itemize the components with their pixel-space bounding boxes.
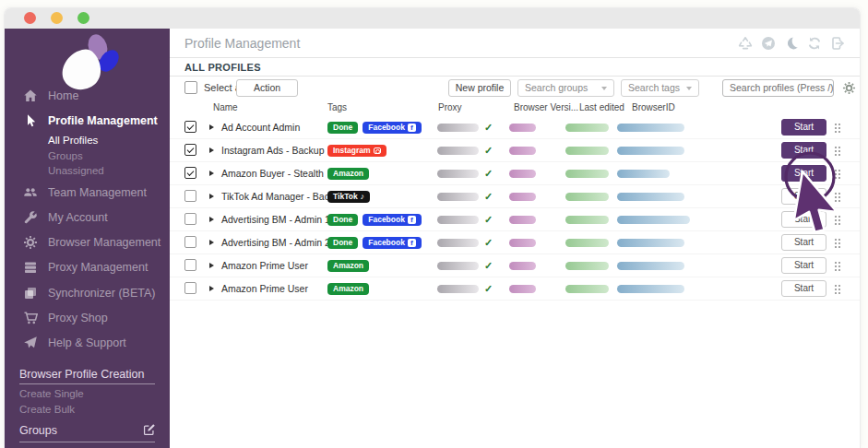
- sidebar: Home Profile Management All Profiles Gro…: [5, 29, 170, 448]
- section-groups: Groups: [19, 422, 57, 439]
- start-button[interactable]: Start: [781, 119, 826, 136]
- table-row[interactable]: Amazon Prime User Amazon ✓ Start: [170, 277, 860, 301]
- tag-facebook: Facebookf: [363, 214, 422, 226]
- expand-caret-icon[interactable]: [209, 263, 214, 268]
- expand-caret-icon[interactable]: [209, 286, 214, 291]
- row-menu-dots-icon[interactable]: [834, 261, 840, 271]
- start-button[interactable]: Start: [781, 211, 826, 228]
- table-row[interactable]: TikTok Ad Manager - Backup TikTok♪ ✓ Sta…: [170, 185, 860, 208]
- col-name: Name: [213, 100, 238, 115]
- row-checkbox[interactable]: [184, 236, 196, 248]
- row-checkbox[interactable]: [184, 167, 196, 179]
- browser-version-pill: [509, 262, 536, 270]
- proxy-pill: [437, 147, 479, 155]
- proxy-pill: [437, 216, 479, 224]
- layers-icon: [23, 286, 38, 301]
- row-menu-dots-icon[interactable]: [834, 192, 840, 202]
- new-profile-button[interactable]: New profile: [448, 79, 511, 97]
- search-profiles-input[interactable]: Search profiles (Press /): [722, 79, 834, 97]
- sidebar-item-proxy-management[interactable]: Proxy Management: [5, 258, 170, 277]
- sidebar-item-groups[interactable]: Groups: [48, 148, 159, 163]
- table-row[interactable]: Amazon Buyer - Stealth Amazon ✓ Start: [170, 162, 860, 185]
- table-row[interactable]: Advertising BM - Admin 2 DoneFacebookf ✓…: [170, 231, 860, 254]
- table-row[interactable]: Instagram Ads - Backup Instagram ✓ Start: [170, 139, 860, 162]
- profile-name: Ad Account Admin: [221, 116, 300, 139]
- minimize-button[interactable]: [51, 12, 63, 24]
- profile-name: Amazon Prime User: [221, 277, 308, 301]
- sidebar-item-team-management[interactable]: Team Management: [5, 183, 170, 202]
- tag-list: DoneFacebookf: [327, 214, 422, 226]
- tab-all-profiles[interactable]: ALL PROFILES: [184, 58, 261, 77]
- table-row[interactable]: Amazon Prime User Amazon ✓ Start: [170, 254, 860, 277]
- close-button[interactable]: [24, 12, 36, 24]
- facebook-icon: f: [408, 239, 416, 247]
- sidebar-item-home[interactable]: Home: [5, 87, 170, 105]
- maximize-button[interactable]: [77, 12, 89, 24]
- table-header: Name Tags Proxy Browser Versi... Last ed…: [170, 100, 860, 115]
- moon-icon[interactable]: [784, 36, 799, 51]
- start-button[interactable]: Start: [781, 142, 826, 159]
- recycle-icon[interactable]: [738, 36, 753, 51]
- sidebar-item-synchronizer[interactable]: Synchronizer (BETA): [5, 284, 170, 302]
- search-tags-select[interactable]: Search tags: [621, 79, 699, 97]
- start-button[interactable]: Start: [781, 234, 826, 251]
- tag-list: Amazon: [327, 168, 369, 180]
- sidebar-item-help-support[interactable]: Help & Support: [5, 334, 170, 352]
- gear-icon[interactable]: [842, 81, 856, 95]
- row-checkbox[interactable]: [184, 259, 196, 271]
- col-browser-id: BrowserID: [632, 100, 675, 115]
- row-checkbox[interactable]: [184, 121, 196, 133]
- expand-caret-icon[interactable]: [209, 240, 214, 245]
- tag-facebook: Facebookf: [363, 122, 422, 134]
- expand-caret-icon[interactable]: [209, 124, 214, 130]
- select-all-checkbox[interactable]: [184, 81, 197, 94]
- profile-name: Advertising BM - Admin 2: [221, 231, 330, 254]
- expand-caret-icon[interactable]: [209, 194, 214, 199]
- row-menu-dots-icon[interactable]: [834, 146, 840, 156]
- cart-icon: [23, 311, 38, 325]
- start-button[interactable]: Start: [781, 188, 826, 205]
- expand-caret-icon[interactable]: [209, 217, 214, 222]
- row-checkbox[interactable]: [184, 190, 196, 202]
- start-button[interactable]: Start: [781, 257, 826, 274]
- create-bulk-link[interactable]: Create Bulk: [19, 402, 75, 417]
- sidebar-item-unassigned[interactable]: Unassigned: [48, 163, 159, 178]
- cursor-icon: [23, 113, 38, 128]
- refresh-icon[interactable]: [807, 36, 822, 51]
- start-button[interactable]: Start: [781, 165, 826, 182]
- sidebar-item-proxy-shop[interactable]: Proxy Shop: [5, 309, 170, 327]
- browser-version-pill: [509, 147, 536, 155]
- browser-id-pill: [617, 193, 684, 201]
- row-menu-dots-icon[interactable]: [834, 123, 840, 133]
- browser-id-pill: [617, 239, 684, 247]
- expand-caret-icon[interactable]: [209, 171, 214, 176]
- browser-version-pill: [509, 216, 536, 224]
- gear-icon: [23, 235, 38, 250]
- expand-caret-icon[interactable]: [209, 147, 214, 153]
- sidebar-item-all-profiles[interactable]: All Profiles: [48, 133, 159, 147]
- sidebar-item-my-account[interactable]: My Account: [5, 208, 170, 227]
- action-button[interactable]: Action: [236, 79, 298, 97]
- telegram-icon[interactable]: [761, 36, 776, 51]
- row-menu-dots-icon[interactable]: [834, 284, 840, 294]
- row-menu-dots-icon[interactable]: [834, 215, 840, 225]
- logout-icon[interactable]: [830, 36, 845, 51]
- proxy-pill: [437, 193, 479, 201]
- last-edited-pill: [565, 124, 609, 132]
- row-checkbox[interactable]: [184, 213, 196, 225]
- start-button[interactable]: Start: [781, 280, 826, 297]
- row-checkbox[interactable]: [184, 282, 196, 294]
- tag-list: DoneFacebookf: [327, 237, 422, 249]
- row-checkbox[interactable]: [184, 144, 196, 156]
- tag-amazon: Amazon: [327, 260, 369, 272]
- search-groups-select[interactable]: Search groups: [517, 79, 614, 97]
- row-menu-dots-icon[interactable]: [834, 169, 840, 179]
- create-single-link[interactable]: Create Single: [19, 386, 84, 401]
- edit-icon[interactable]: [143, 423, 156, 436]
- table-row[interactable]: Ad Account Admin DoneFacebookf ✓ Start: [170, 116, 860, 139]
- table-row[interactable]: Advertising BM - Admin 1 DoneFacebookf ✓…: [170, 208, 860, 231]
- last-edited-pill: [565, 193, 609, 201]
- sidebar-item-browser-management[interactable]: Browser Management: [5, 233, 170, 252]
- row-menu-dots-icon[interactable]: [834, 238, 840, 248]
- sidebar-item-profile-management[interactable]: Profile Management: [5, 112, 170, 130]
